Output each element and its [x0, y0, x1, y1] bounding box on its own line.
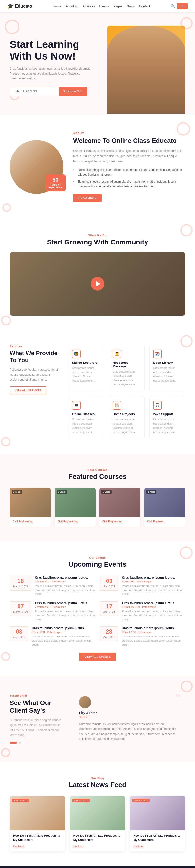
services-description: Pellentesque feugiat, massa eu amet iacu…: [10, 367, 58, 382]
news-body-3: How Do I Sell Affiliate Products to My C…: [130, 830, 185, 851]
community-section: What We Do Start Growing With Community: [0, 219, 195, 330]
massage-desc: Cras ornare ipsum netra a sed diam ullam…: [113, 370, 141, 387]
news-grid: 8 March 2021 How Do I Sell Affiliate Pro…: [10, 796, 185, 851]
news-link-3[interactable]: Continue: [133, 844, 144, 847]
course-category-2: Civil Engineering: [57, 520, 93, 523]
play-button[interactable]: [91, 277, 104, 291]
next-slide-indicator: [19, 742, 21, 744]
deco-ring-7: [1, 316, 11, 326]
course-info-2: Civil Engineering: [54, 517, 95, 527]
service-card-massage: 💆 Hot Stress Massage Cras ornare ipsum n…: [109, 345, 145, 391]
nav-pages[interactable]: Pages: [113, 4, 122, 8]
massage-title: Hot Stress Massage: [113, 361, 141, 368]
nav-contact[interactable]: Contact: [139, 4, 150, 8]
events-grid: 18 March, 2021 Cras faucibus ornare ipsu…: [10, 576, 185, 647]
event-desc-6: Phasellus maximus orci metus. Nullam arc…: [122, 634, 185, 647]
view-all-services-button[interactable]: VIEW ALL SERVICES: [10, 386, 46, 394]
events-tag: Our Events: [10, 556, 185, 559]
course-card-1[interactable]: 3 Years Civil Engineering: [10, 488, 51, 527]
news-date-1: 8 March 2021: [12, 799, 30, 803]
event-month-4: Jan, 2021: [103, 610, 115, 613]
read-more-button[interactable]: READ MORE: [73, 194, 102, 202]
courses-grid: 3 Years Civil Engineering 3 Years Civil …: [10, 488, 185, 527]
footer-top: 🎓 Educato Home About Us Courses Events P…: [0, 866, 195, 868]
navigation: 🎓 Educato Home About Us Courses Events P…: [0, 0, 195, 12]
news-headline-2: How Do I Sell Affiliate Products to My C…: [73, 834, 122, 842]
library-title: Book Library: [153, 361, 182, 365]
event-item-6: 28 Apr, 2031 Cras faucibus ornare ipsum …: [100, 626, 185, 647]
event-date-6: 28 Apr, 2031: [100, 626, 118, 642]
hero-title: Start Learning With Us Now!: [10, 39, 98, 62]
event-title-1: Cras faucibus ornare ipsum luctus.: [35, 576, 95, 579]
event-item-4: 17 Jan, 2021 Cras faucibus ornare ipsum …: [100, 601, 185, 622]
nav-actions: 🔍 🛒: [171, 3, 188, 9]
about-image-wrap: 50 Years ofexperience: [10, 140, 63, 194]
event-date-5: 03 Jun, 2031: [10, 626, 28, 642]
event-day-6: 28: [103, 629, 115, 634]
about-section: 50 Years ofexperience About Welcome To O…: [0, 115, 195, 219]
event-meta-3: 7 March 2021 · Pellentesque: [35, 606, 95, 609]
event-date-4: 17 Jan, 2021: [100, 601, 118, 616]
event-desc-4: Phasellus maximus orci metus. Nullam arc…: [122, 609, 185, 622]
course-category-4: Civil Enginee...: [147, 520, 182, 523]
search-icon[interactable]: 🔍: [171, 4, 175, 8]
deco-ring-11: [1, 652, 10, 661]
cart-button[interactable]: 🛒: [177, 3, 188, 9]
services-title: What We Provide To You: [10, 350, 58, 364]
course-card-4[interactable]: 3 Years Civil Enginee...: [144, 488, 185, 527]
email-field[interactable]: [10, 87, 58, 96]
nav-logo[interactable]: 🎓 Educato: [7, 3, 32, 9]
community-video: [10, 252, 185, 316]
event-title-4: Cras faucibus ornare ipsum luctus.: [122, 601, 185, 605]
hero-content: Start Learning With Us Now! Cras faucibu…: [10, 39, 98, 101]
events-title: Upcoming Events: [10, 560, 185, 568]
nav-courses[interactable]: Courses: [83, 4, 95, 8]
news-link-1[interactable]: Continue: [13, 844, 24, 847]
event-item-1: 18 March, 2021 Cras faucibus ornare ipsu…: [10, 576, 95, 596]
news-link-2[interactable]: Continue: [73, 844, 84, 847]
testimonial-card: " Eity Akhter Student Curabitur tempus, …: [73, 690, 185, 747]
nav-events[interactable]: Events: [99, 4, 109, 8]
course-category-1: Civil Engineering: [13, 520, 48, 523]
projects-icon: 🏠: [113, 401, 121, 410]
service-card-online: 💻 Online Classes Cras ornare ipsum netra…: [68, 396, 104, 439]
event-month-2: Jun, 2021: [103, 585, 115, 588]
service-card-support: 🎧 24x7 Support Cras ornare ipsum netra a…: [149, 396, 185, 439]
subscribe-button[interactable]: Subscribe Now: [58, 87, 87, 96]
course-info-1: Civil Engineering: [10, 517, 51, 527]
massage-icon: 💆: [113, 349, 121, 358]
course-duration-4: 3 Years: [146, 490, 156, 494]
services-section: Services What We Provide To You Pellente…: [0, 330, 195, 454]
event-month-1: March, 2021: [13, 585, 28, 588]
testimonial-role: Student: [79, 716, 180, 719]
news-card-3[interactable]: 8 March 2021 How Do I Sell Affiliate Pro…: [130, 796, 185, 851]
event-desc-3: Phasellus maximus orci metus. Nullam arc…: [35, 609, 95, 622]
about-tag: About: [73, 132, 185, 135]
courses-title: Featured Courses: [10, 473, 185, 480]
projects-desc: Cras ornare ipsum netra a sed diam ullam…: [113, 417, 141, 434]
course-card-2[interactable]: 3 Years Civil Engineering: [54, 488, 95, 527]
service-card-lecturers: 👨‍🏫 Skilled Lecturers Cras ornare ipsum …: [68, 345, 104, 391]
news-card-1[interactable]: 8 March 2021 How Do I Sell Affiliate Pro…: [10, 796, 65, 851]
course-category-3: Civil Engineering: [102, 520, 138, 523]
event-content-4: Cras faucibus ornare ipsum luctus. 17 Ja…: [122, 601, 185, 622]
news-headline-3: How Do I Sell Affiliate Products to My C…: [133, 834, 182, 842]
testimonial-name: Eity Akhter: [79, 711, 180, 715]
course-img-3: 3 Years: [100, 488, 141, 517]
event-meta-1: 2 March 2021 · Pellentesque: [35, 580, 95, 583]
event-meta-6: 28 April 2031 · Pellentesque: [122, 631, 185, 633]
nav-home[interactable]: Home: [53, 4, 62, 8]
news-img-1: 8 March 2021: [10, 796, 65, 830]
hero-photo: [107, 26, 185, 114]
news-body-2: How Do I Sell Affiliate Products to My C…: [70, 830, 125, 851]
course-info-3: Civil Engineering: [100, 517, 141, 527]
event-title-3: Cras faucibus ornare ipsum luctus.: [35, 601, 95, 605]
about-bullet-2: Etiam quis lectus ipsum. Aliquam blandit…: [73, 179, 185, 189]
news-card-2[interactable]: 8 March 2021 How Do I Sell Affiliate Pro…: [70, 796, 125, 851]
nav-about[interactable]: About Us: [66, 4, 78, 8]
course-card-3[interactable]: 3 Years Civil Engineering: [100, 488, 141, 527]
events-header: Our Events Upcoming Events: [10, 556, 185, 568]
view-all-events-button[interactable]: VIEW ALL EVENTS: [79, 653, 116, 661]
lecturers-title: Skilled Lecturers: [72, 361, 101, 365]
nav-news[interactable]: News: [127, 4, 135, 8]
